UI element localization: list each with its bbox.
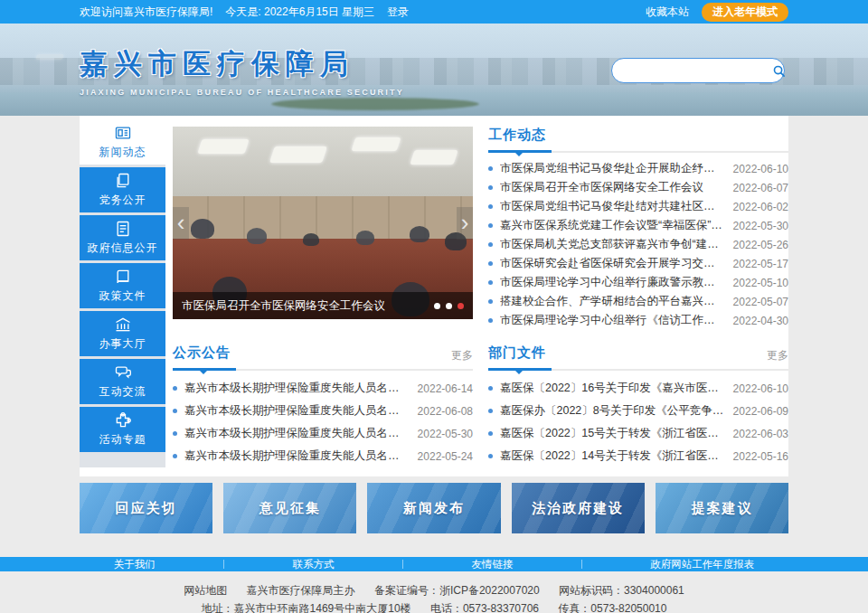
footer-nav: 关于我们 联系方式 友情链接 政府网站工作年度报表 bbox=[0, 557, 868, 571]
news-item-title: 嘉医保办〔2022〕8号关于印发《公平竞争审查... bbox=[500, 403, 724, 419]
news-list-item[interactable]: 嘉医保〔2022〕15号关于转发《浙江省医疗保... 2022-06-03 bbox=[488, 422, 788, 445]
sidebar-item-party-affairs[interactable]: 党务公开 bbox=[80, 167, 165, 212]
bullet-dot bbox=[173, 431, 177, 436]
title-underline bbox=[173, 368, 236, 371]
news-list-item[interactable]: 市医保局机关党总支部获评嘉兴市争创“建设清廉机... 2022-05-26 bbox=[488, 235, 788, 254]
bullet-dot bbox=[488, 318, 493, 323]
carousel-next-arrow[interactable]: › bbox=[457, 207, 473, 240]
carousel-dots bbox=[434, 303, 464, 309]
news-list-item[interactable]: 嘉兴市本级长期护理保险重度失能人员名单公示（2... 2022-06-08 bbox=[173, 400, 473, 422]
section-dept-documents: 部门文件 更多 嘉医保〔2022〕16号关于印发《嘉兴市医疗保... 2022-… bbox=[488, 344, 788, 467]
footer-nav-separator bbox=[402, 560, 403, 569]
news-carousel[interactable]: ‹ › 市医保局召开全市医保网络安全工作会议 bbox=[173, 127, 473, 319]
sidebar-item-label: 政策文件 bbox=[99, 288, 146, 304]
sidebar-item-news[interactable]: 新闻动态 bbox=[80, 119, 165, 165]
banner-news-release[interactable]: 新闻发布 bbox=[367, 483, 500, 533]
sidebar-item-label: 办事大厅 bbox=[99, 336, 146, 352]
news-item-date: 2022-06-10 bbox=[733, 163, 788, 175]
banner-proposals[interactable]: 提案建议 bbox=[656, 483, 788, 533]
content-right: ‹ › 市医保局召开全市医保网络安全工作会议 工作动态 bbox=[173, 119, 788, 467]
news-item-date: 2022-05-07 bbox=[733, 296, 788, 308]
section-header: 工作动态 bbox=[488, 127, 788, 153]
banner-label: 意见征集 bbox=[259, 500, 321, 517]
bullet-dot bbox=[488, 409, 493, 413]
photo-light bbox=[197, 139, 249, 154]
quick-banners: 回应关切 意见征集 新闻发布 法治政府建设 提案建议 bbox=[80, 483, 788, 533]
island-decoration bbox=[271, 98, 479, 110]
section-title[interactable]: 工作动态 bbox=[488, 127, 546, 144]
news-item-title: 市医保局理论学习中心组举行廉政警示教育专题学习... bbox=[500, 275, 724, 290]
footer-link-contact[interactable]: 联系方式 bbox=[293, 558, 335, 571]
elder-mode-button[interactable]: 进入老年模式 bbox=[702, 3, 788, 22]
news-item-title: 市医保局党组书记马俊华赴结对共建社区指导全国文... bbox=[500, 199, 724, 214]
footer-link-annual-report[interactable]: 政府网站工作年度报表 bbox=[650, 558, 754, 571]
footer-link-about[interactable]: 关于我们 bbox=[114, 558, 156, 571]
footer-link-friend-links[interactable]: 友情链接 bbox=[471, 558, 513, 571]
carousel-dot-active[interactable] bbox=[458, 303, 464, 309]
news-item-title: 嘉医保〔2022〕16号关于印发《嘉兴市医疗保... bbox=[500, 381, 724, 396]
news-list-item[interactable]: 嘉兴市医保系统党建工作会议暨“幸福医保”党建联... 2022-05-30 bbox=[488, 216, 788, 235]
news-list-item[interactable]: 市医保局理论学习中心组举行廉政警示教育专题学习... 2022-05-10 bbox=[488, 273, 788, 292]
news-item-date: 2022-06-08 bbox=[418, 405, 473, 418]
search-icon[interactable] bbox=[772, 64, 786, 78]
header-haze bbox=[35, 54, 64, 60]
news-list-item[interactable]: 市医保局理论学习中心组举行《信访工作条例》专题... 2022-04-30 bbox=[488, 311, 788, 330]
footer-nav-separator bbox=[223, 560, 224, 569]
section-title[interactable]: 部门文件 bbox=[488, 344, 546, 362]
favorite-site-link[interactable]: 收藏本站 bbox=[646, 5, 689, 20]
news-item-title: 市医保局机关党总支部获评嘉兴市争创“建设清廉机... bbox=[500, 237, 724, 252]
dept-documents-more-link[interactable]: 更多 bbox=[767, 348, 788, 363]
news-item-title: 嘉兴市医保系统党建工作会议暨“幸福医保”党建联... bbox=[500, 218, 724, 233]
sidebar-item-activities[interactable]: 活动专题 bbox=[80, 407, 165, 452]
title-underline bbox=[488, 368, 552, 371]
sidebar-item-interaction[interactable]: 互动交流 bbox=[80, 359, 165, 404]
carousel-dot[interactable] bbox=[434, 303, 440, 309]
bullet-dot bbox=[488, 386, 493, 391]
carousel-caption[interactable]: 市医保局召开全市医保网络安全工作会议 bbox=[182, 298, 434, 314]
sidebar-item-gov-info[interactable]: 政府信息公开 bbox=[80, 215, 165, 260]
section-title[interactable]: 公示公告 bbox=[173, 344, 231, 362]
photo-wall bbox=[173, 196, 473, 239]
news-list-item[interactable]: 市医保局党组书记马俊华赴企开展助企纾困活动 2022-06-10 bbox=[488, 159, 788, 178]
carousel-prev-arrow[interactable]: ‹ bbox=[173, 207, 189, 240]
news-list-item[interactable]: 嘉医保〔2022〕14号关于转发《浙江省医疗保... 2022-05-16 bbox=[488, 445, 788, 467]
news-list-item[interactable]: 嘉兴市本级长期护理保险重度失能人员名单公示（2... 2022-06-14 bbox=[173, 377, 473, 400]
banner-law-government[interactable]: 法治政府建设 bbox=[512, 483, 645, 533]
bullet-dot bbox=[488, 299, 493, 304]
photo-light bbox=[352, 137, 401, 151]
news-item-date: 2022-05-30 bbox=[418, 428, 473, 440]
news-list-item[interactable]: 搭建校企合作、产学研相结合的平台嘉兴市长期护理... 2022-05-07 bbox=[488, 292, 788, 311]
footer-nav-separator bbox=[581, 560, 582, 569]
photo-light bbox=[269, 146, 327, 163]
sidebar-item-label: 政府信息公开 bbox=[88, 240, 158, 256]
footer-address-text: 地址：嘉兴市中环南路1469号中南大厦10楼 bbox=[202, 602, 411, 613]
news-list-item[interactable]: 嘉兴市本级长期护理保险重度失能人员名单公示（2... 2022-05-30 bbox=[173, 422, 473, 445]
work-updates-list: 市医保局党组书记马俊华赴企开展助企纾困活动 2022-06-10 市医保局召开全… bbox=[488, 159, 788, 330]
banner-opinion-collection[interactable]: 意见征集 bbox=[223, 483, 356, 533]
sidebar-item-service-hall[interactable]: 办事大厅 bbox=[80, 311, 165, 356]
banner-label: 新闻发布 bbox=[403, 500, 465, 517]
sidebar-item-label: 活动专题 bbox=[99, 432, 146, 448]
bullet-dot bbox=[488, 280, 493, 285]
announcements-more-link[interactable]: 更多 bbox=[451, 348, 473, 363]
carousel-dot[interactable] bbox=[446, 303, 452, 309]
news-list-item[interactable]: 嘉医保办〔2022〕8号关于印发《公平竞争审查... 2022-06-09 bbox=[488, 400, 788, 422]
news-list-item[interactable]: 嘉医保〔2022〕16号关于印发《嘉兴市医疗保... 2022-06-10 bbox=[488, 377, 788, 400]
section-header: 部门文件 更多 bbox=[488, 344, 788, 371]
bullet-dot bbox=[488, 261, 493, 266]
search-input[interactable] bbox=[612, 64, 772, 77]
news-list-item[interactable]: 市医保局党组书记马俊华赴结对共建社区指导全国文... 2022-06-02 bbox=[488, 197, 788, 216]
sidebar-item-policy-docs[interactable]: 政策文件 bbox=[80, 263, 165, 308]
banner-respond-concerns[interactable]: 回应关切 bbox=[80, 483, 212, 533]
news-list-item[interactable]: 市医保研究会赴省医保研究会开展学习交流活动 2022-05-17 bbox=[488, 254, 788, 273]
sitemap-link[interactable]: 网站地图 bbox=[184, 584, 227, 597]
news-list-item[interactable]: 嘉兴市本级长期护理保险重度失能人员名单公示（2... 2022-05-24 bbox=[173, 445, 473, 467]
search-box bbox=[611, 58, 785, 83]
topbar: 欢迎访问嘉兴市医疗保障局! 今天是: 2022年6月15日 星期三 登录 收藏本… bbox=[0, 0, 868, 24]
bullet-dot bbox=[488, 223, 493, 228]
page-footer: 网站地图 嘉兴市医疗保障局主办 备案证编号：浙ICP备2022007020 网站… bbox=[0, 571, 868, 613]
puzzle-icon bbox=[114, 411, 132, 429]
login-link[interactable]: 登录 bbox=[387, 5, 409, 20]
news-item-date: 2022-06-14 bbox=[418, 382, 473, 395]
news-list-item[interactable]: 市医保局召开全市医保网络安全工作会议 2022-06-07 bbox=[488, 178, 788, 197]
